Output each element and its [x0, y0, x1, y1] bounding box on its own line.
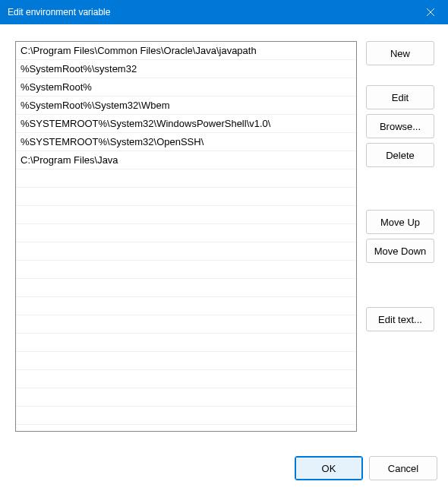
cancel-button[interactable]: Cancel [369, 456, 437, 480]
list-item-empty[interactable]: . [16, 242, 356, 261]
list-item[interactable]: %SystemRoot%\system32 [16, 60, 356, 78]
list-item-empty[interactable]: . [16, 169, 356, 188]
dialog-footer: OK Cancel [295, 456, 437, 480]
new-button[interactable]: New [366, 41, 434, 65]
list-item-empty[interactable]: . [16, 261, 356, 279]
list-item-empty[interactable]: . [16, 297, 356, 315]
list-item-empty[interactable]: . [16, 334, 356, 352]
list-item-empty[interactable]: . [16, 224, 356, 242]
list-item-empty[interactable]: . [16, 352, 356, 370]
list-item[interactable]: %SYSTEMROOT%\System32\OpenSSH\ [16, 133, 356, 151]
path-listbox[interactable]: C:\Program Files\Common Files\Oracle\Jav… [15, 41, 357, 432]
list-item-empty[interactable]: . [16, 206, 356, 224]
list-item-empty[interactable]: . [16, 370, 356, 388]
list-item[interactable]: %SystemRoot%\System32\Wbem [16, 97, 356, 115]
edit-button[interactable]: Edit [366, 85, 434, 109]
window-title: Edit environment variable [8, 7, 110, 17]
dialog-content: C:\Program Files\Common Files\Oracle\Jav… [0, 24, 448, 432]
list-item-empty[interactable]: . [16, 315, 356, 334]
ok-button[interactable]: OK [295, 456, 363, 480]
list-item-empty[interactable]: . [16, 407, 356, 425]
list-item-empty[interactable]: . [16, 279, 356, 297]
list-item[interactable]: C:\Program Files\Java [16, 151, 356, 169]
close-icon [427, 8, 434, 16]
list-item[interactable]: C:\Program Files\Common Files\Oracle\Jav… [16, 42, 356, 60]
side-button-column: New Edit Browse... Delete Move Up Move D… [366, 41, 434, 432]
move-down-button[interactable]: Move Down [366, 239, 434, 263]
edit-text-button[interactable]: Edit text... [366, 307, 434, 331]
list-item[interactable]: %SYSTEMROOT%\System32\WindowsPowerShell\… [16, 115, 356, 133]
list-item-empty[interactable]: . [16, 188, 356, 206]
browse-button[interactable]: Browse... [366, 114, 434, 138]
close-button[interactable] [413, 0, 448, 24]
delete-button[interactable]: Delete [366, 143, 434, 167]
list-item[interactable]: %SystemRoot% [16, 78, 356, 97]
titlebar: Edit environment variable [0, 0, 448, 24]
list-item-empty[interactable]: . [16, 388, 356, 407]
move-up-button[interactable]: Move Up [366, 210, 434, 234]
